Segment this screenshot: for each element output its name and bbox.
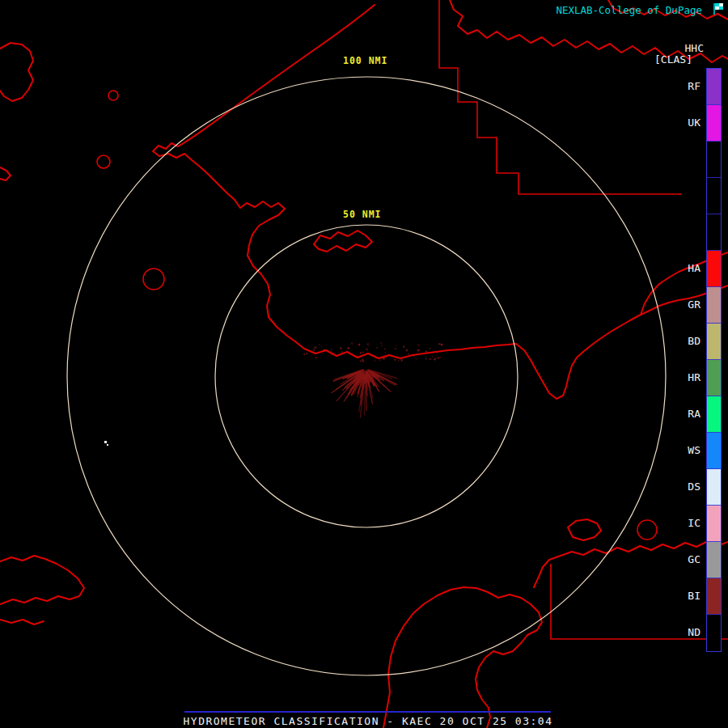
legend-swatch-RA bbox=[707, 396, 721, 433]
map-circle-feature bbox=[143, 269, 164, 290]
footer-divider-line bbox=[184, 711, 551, 713]
boundary-layer bbox=[97, 0, 728, 639]
map-circle-feature bbox=[108, 91, 118, 100]
product-title: HYDROMETEOR CLASSIFICATION - KAEC 20 OCT… bbox=[4, 715, 728, 727]
map-speck bbox=[104, 441, 108, 446]
island bbox=[314, 231, 372, 252]
coastline bbox=[0, 556, 84, 604]
legend-label-IC: IC bbox=[668, 517, 700, 529]
legend-swatch-ND bbox=[707, 615, 721, 651]
legend-swatch-blank-3 bbox=[707, 178, 721, 214]
legend-swatch-GC bbox=[707, 542, 721, 578]
legend-swatch-RF bbox=[707, 69, 721, 105]
map-canvas bbox=[0, 0, 728, 728]
legend-swatch-BI bbox=[707, 578, 721, 615]
flag-icon bbox=[712, 2, 725, 19]
legend-label-BI: BI bbox=[668, 590, 700, 602]
legend-swatch-BD bbox=[707, 324, 721, 360]
coastline-layer bbox=[0, 0, 728, 728]
legend-label-DS: DS bbox=[668, 480, 700, 493]
product-tag: [CLAS] bbox=[654, 53, 692, 66]
legend-label-HR: HR bbox=[668, 371, 700, 383]
map-circle-feature bbox=[637, 520, 657, 540]
legend-label-GR: GR bbox=[668, 298, 700, 311]
legend-label-GC: GC bbox=[668, 553, 700, 565]
legend-swatch-WS bbox=[707, 433, 721, 469]
legend-label-UK: UK bbox=[668, 116, 700, 129]
legend-swatch-GR bbox=[707, 287, 721, 324]
legend-swatch-IC bbox=[707, 506, 721, 542]
legend-swatch-blank-4 bbox=[707, 214, 721, 251]
legend-label-RF: RF bbox=[668, 80, 700, 92]
product-code: HHC bbox=[685, 42, 704, 54]
island bbox=[568, 519, 601, 540]
range-ring-label-100: 100 NMI bbox=[343, 55, 387, 66]
legend-swatch-HR bbox=[707, 360, 721, 396]
brand-text: NEXLAB-College of DuPage bbox=[556, 4, 702, 16]
island bbox=[0, 43, 33, 101]
legend-swatch-UK bbox=[707, 105, 721, 142]
legend-label-RA: RA bbox=[668, 408, 700, 420]
map-circle-feature bbox=[97, 155, 110, 168]
boundary-line bbox=[551, 564, 728, 639]
legend-swatch-DS bbox=[707, 469, 721, 506]
radar-display: 100 NMI 50 NMI NEXLAB-College of DuPage … bbox=[0, 0, 728, 728]
island bbox=[0, 167, 11, 180]
coastline bbox=[383, 587, 542, 728]
coastline bbox=[0, 620, 44, 624]
legend-label-HA: HA bbox=[668, 262, 700, 274]
legend-label-WS: WS bbox=[668, 444, 700, 456]
legend-label-BD: BD bbox=[668, 335, 700, 347]
legend-swatch-HA bbox=[707, 251, 721, 287]
legend-label-ND: ND bbox=[668, 626, 700, 638]
legend-colorbar bbox=[706, 68, 722, 652]
coastline bbox=[153, 5, 516, 358]
legend-swatch-blank-2 bbox=[707, 142, 721, 178]
range-ring-label-50: 50 NMI bbox=[343, 209, 382, 220]
